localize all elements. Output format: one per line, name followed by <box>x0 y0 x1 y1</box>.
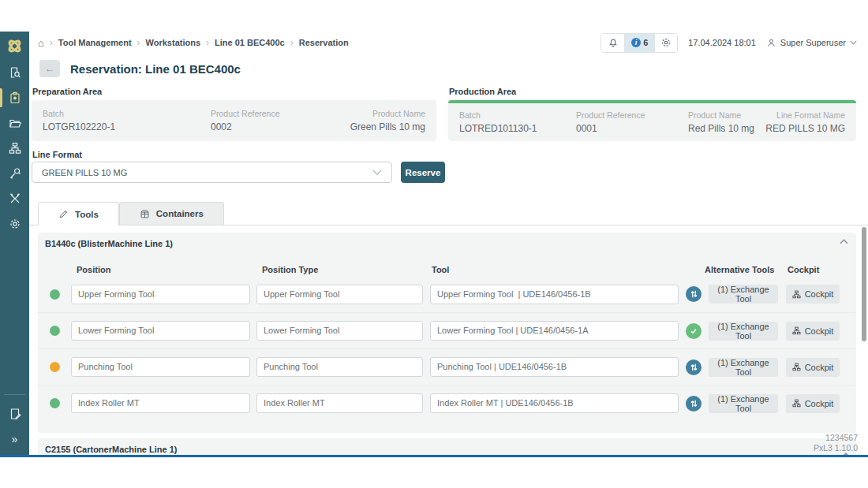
position-input[interactable]: Lower Forming Tool <box>71 321 250 341</box>
folder-icon <box>9 117 21 129</box>
user-icon <box>766 38 776 48</box>
field-label: Product Reference <box>576 110 688 120</box>
table-row: Index Roller MT Index Roller MT Index Ro… <box>38 385 856 421</box>
title-row: ← Reservation: Line 01 BEC400c <box>39 60 241 77</box>
chevron-down-icon <box>372 169 382 176</box>
sidebar-item-settings[interactable] <box>0 211 29 237</box>
cockpit-button[interactable]: Cockpit <box>786 322 840 341</box>
app-window: » ⌂ › Tool Management › Workstations › L… <box>0 32 868 455</box>
notification-count-badge[interactable]: i 6 <box>624 34 654 52</box>
prep-product-reference-field: Product Reference 0002 <box>211 109 350 132</box>
section-cartoner-machine[interactable]: C2155 (CartonerMachine Line 1) <box>38 438 856 455</box>
table-row: Punching Tool Punching Tool Punching Too… <box>38 348 856 385</box>
page-title: Reservation: Line 01 BEC400c <box>70 62 241 76</box>
version-label: PxL3 1.10.0 <box>814 443 858 453</box>
cockpit-button[interactable]: Cockpit <box>786 285 840 304</box>
breadcrumb-tool-management[interactable]: Tool Management <box>58 38 132 47</box>
tool-input[interactable]: Upper Forming Tool | UDE146/0456-1B <box>430 285 679 304</box>
status-dot <box>50 326 60 336</box>
tab-containers[interactable]: Containers <box>119 202 224 225</box>
tool-input[interactable]: Punching Tool | UDE146/0456-1B <box>430 357 679 377</box>
breadcrumb-reservation[interactable]: Reservation <box>299 38 349 47</box>
exchange-tool-button[interactable]: (1) Exchange Tool <box>709 394 778 413</box>
line-format-select[interactable]: GREEN PILLS 10 MG <box>32 162 392 183</box>
breadcrumb-workstations[interactable]: Workstations <box>146 38 200 47</box>
sidebar-item-tool-search[interactable] <box>0 161 29 186</box>
sidebar-item-document-search[interactable] <box>0 60 29 85</box>
settings-button[interactable] <box>654 34 677 52</box>
crossed-tools-icon <box>9 192 21 205</box>
sidebar-item-workstations[interactable] <box>0 136 29 161</box>
collapse-section-button[interactable] <box>840 239 848 244</box>
notifications-button[interactable] <box>601 34 624 52</box>
column-tool: Tool <box>430 265 679 274</box>
field-value: LOTGR102220-1 <box>43 121 211 132</box>
swap-arrows-icon <box>690 289 698 299</box>
position-input[interactable]: Upper Forming Tool <box>71 285 250 304</box>
field-label: Product Reference <box>211 109 350 118</box>
field-value: LOTRED101130-1 <box>459 123 576 134</box>
tool-state-icon[interactable] <box>686 359 702 375</box>
table-row: Lower Forming Tool Lower Forming Tool Lo… <box>38 312 856 348</box>
user-menu[interactable]: Super Superuser <box>766 38 857 48</box>
table-header: Position Position Type Tool Alternative … <box>38 265 856 274</box>
sidebar-item-report[interactable] <box>0 401 29 427</box>
tool-input[interactable]: Lower Forming Tool | UDE146/0456-1A <box>430 321 679 341</box>
sidebar-expand-button[interactable]: » <box>0 427 29 452</box>
field-label: Product Name <box>688 110 765 120</box>
info-icon: i <box>631 38 641 47</box>
vertical-scrollbar[interactable] <box>862 227 866 341</box>
line-format-label: Line Format <box>32 150 82 159</box>
tool-state-icon[interactable] <box>686 396 702 412</box>
sidebar-item-reservations[interactable] <box>0 85 29 110</box>
home-icon[interactable]: ⌂ <box>38 38 44 48</box>
brand-logo-icon[interactable] <box>6 37 24 55</box>
breadcrumb: ⌂ › Tool Management › Workstations › Lin… <box>38 37 349 48</box>
pencil-icon <box>58 209 69 219</box>
wrench-search-icon <box>9 167 21 180</box>
notification-count: 6 <box>643 38 648 47</box>
status-dot <box>50 398 60 408</box>
serial-number: 1234567 <box>814 433 858 443</box>
tool-input[interactable]: Index Roller MT | UDE146/0456-1B <box>430 393 679 413</box>
sidebar-item-archive[interactable] <box>0 110 29 136</box>
cockpit-sitemap-icon <box>792 399 801 408</box>
section-title: B1440c (BlisterMachine Line 1) <box>45 239 173 248</box>
document-edit-icon <box>9 408 21 420</box>
chevron-down-icon <box>850 40 857 45</box>
tool-state-icon[interactable] <box>686 286 702 302</box>
production-area-title: Production Area <box>449 87 516 96</box>
field-label: Batch <box>43 109 211 118</box>
cockpit-button[interactable]: Cockpit <box>786 358 840 377</box>
position-input[interactable]: Punching Tool <box>71 357 250 377</box>
column-cockpit: Cockpit <box>788 265 841 274</box>
sidebar-item-tools[interactable] <box>0 186 29 211</box>
breadcrumb-separator: › <box>137 37 140 48</box>
back-button[interactable]: ← <box>39 60 60 77</box>
position-type-input[interactable]: Upper Forming Tool <box>256 285 423 304</box>
tab-label: Tools <box>75 210 99 219</box>
bottom-accent-bar <box>0 455 868 457</box>
sidebar-divider <box>4 394 25 395</box>
prep-batch-field: Batch LOTGR102220-1 <box>43 109 211 132</box>
field-value: 0001 <box>576 123 688 134</box>
exchange-tool-button[interactable]: (1) Exchange Tool <box>709 358 778 377</box>
prod-product-reference-field: Product Reference 0001 <box>576 110 688 134</box>
exchange-tool-button[interactable]: (1) Exchange Tool <box>709 322 778 341</box>
reserve-button[interactable]: Reserve <box>401 162 445 183</box>
exchange-tool-button[interactable]: (1) Exchange Tool <box>709 285 778 304</box>
cockpit-button[interactable]: Cockpit <box>786 394 840 413</box>
field-value: RED PILLS 10 MG <box>765 123 845 134</box>
position-type-input[interactable]: Index Roller MT <box>256 393 423 413</box>
position-input[interactable]: Index Roller MT <box>71 393 250 413</box>
status-dot <box>50 289 60 300</box>
position-type-input[interactable]: Lower Forming Tool <box>256 321 423 341</box>
breadcrumb-line[interactable]: Line 01 BEC400c <box>215 38 285 47</box>
field-label: Product Name <box>350 109 425 118</box>
datetime: 17.04.2024 18:01 <box>688 38 756 47</box>
double-chevron-icon: » <box>12 433 18 445</box>
tab-tools[interactable]: Tools <box>38 202 119 225</box>
position-type-input[interactable]: Punching Tool <box>256 357 423 377</box>
cockpit-sitemap-icon <box>792 363 801 371</box>
active-nav-indicator <box>0 88 2 107</box>
